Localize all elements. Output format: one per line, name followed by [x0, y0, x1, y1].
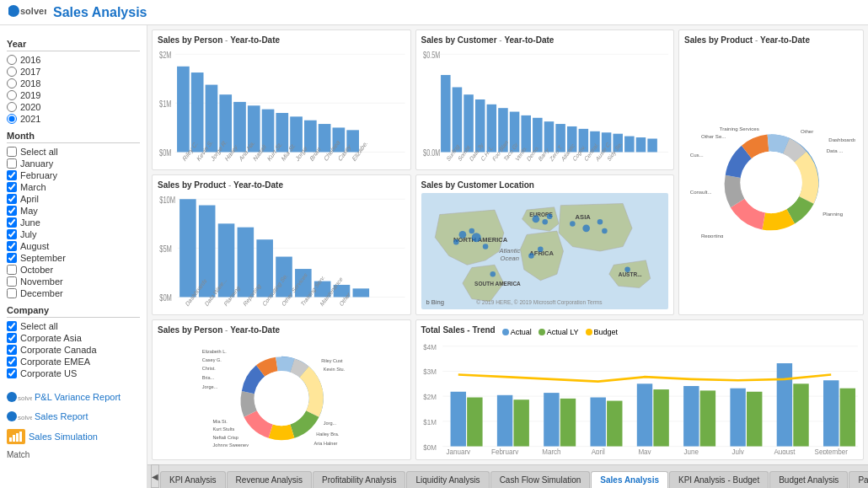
tab-kpi-analysis-budget[interactable]: KPI Analysis - Budget — [669, 471, 769, 488]
company-all-checkbox[interactable] — [7, 321, 17, 331]
svg-text:solver: solver — [18, 414, 32, 421]
svg-text:Reporting: Reporting — [701, 233, 724, 238]
svg-rect-8 — [16, 433, 19, 442]
month-jun-checkbox[interactable] — [7, 217, 17, 228]
svg-text:July: July — [731, 447, 744, 454]
month-march[interactable]: March — [7, 182, 140, 192]
month-january[interactable]: January — [7, 158, 140, 169]
company-us-checkbox[interactable] — [7, 368, 17, 378]
svg-point-135 — [602, 228, 608, 234]
svg-rect-62 — [624, 137, 635, 153]
company-canada[interactable]: Corporate Canada — [7, 345, 140, 355]
tab-page-1[interactable]: Page 1 — [849, 471, 868, 488]
sales-report-link[interactable]: Sales Report — [35, 411, 88, 421]
month-select-all-checkbox[interactable] — [7, 147, 17, 157]
svg-rect-185 — [839, 389, 855, 447]
tab-profitability-analysis[interactable]: Profitability Analysis — [313, 471, 405, 488]
month-may-checkbox[interactable] — [7, 206, 17, 216]
svg-text:$1M: $1M — [423, 417, 437, 426]
month-mar-checkbox[interactable] — [7, 182, 17, 192]
company-canada-checkbox[interactable] — [7, 345, 17, 355]
company-emea[interactable]: Corporate EMEA — [7, 357, 140, 367]
total-sales-title: Total Sales - Trend — [421, 325, 496, 335]
tab-sales-analysis[interactable]: Sales Analysis — [591, 471, 668, 488]
svg-text:solver: solver — [18, 394, 32, 402]
svg-text:August: August — [774, 447, 796, 454]
sales-by-customer-title: Sales by Customer - Year-to-Date — [421, 35, 669, 45]
month-july[interactable]: July — [7, 229, 140, 239]
month-february[interactable]: February — [7, 170, 140, 180]
svg-point-80 — [740, 152, 802, 214]
solver-logo-2: solver — [7, 410, 32, 422]
svg-text:Hailey Bra.: Hailey Bra. — [316, 432, 340, 437]
month-december[interactable]: December — [7, 288, 140, 298]
svg-point-133 — [582, 224, 590, 232]
month-apr-checkbox[interactable] — [7, 194, 17, 204]
header: solver Sales Analysis — [0, 0, 868, 25]
svg-rect-105 — [353, 288, 370, 297]
sales-by-product-donut-chart: Sales by Product - Year-to-Date — [678, 29, 864, 315]
month-nov-checkbox[interactable] — [7, 276, 17, 287]
month-may[interactable]: May — [7, 206, 140, 216]
month-june[interactable]: June — [7, 217, 140, 228]
simulation-link-container[interactable]: Sales Simulation — [7, 428, 140, 445]
year-2016-radio[interactable] — [7, 55, 17, 65]
svg-text:$4M: $4M — [423, 342, 437, 351]
month-feb-checkbox[interactable] — [7, 170, 17, 180]
tab-liquidity-analysis[interactable]: Liquidity Analysis — [406, 471, 489, 488]
svg-text:Consult...: Consult... — [690, 189, 712, 195]
year-2018-radio[interactable] — [7, 78, 17, 88]
svg-text:Elizabeth L.: Elizabeth L. — [201, 349, 227, 354]
year-2017-radio[interactable] — [7, 67, 17, 77]
svg-point-134 — [597, 219, 603, 225]
svg-point-126 — [471, 233, 480, 242]
month-sep-checkbox[interactable] — [7, 253, 17, 263]
month-jan-checkbox[interactable] — [7, 158, 17, 169]
sidebar-item-2021[interactable]: 2021 — [7, 114, 140, 124]
sidebar-item-2016[interactable]: 2016 — [7, 55, 140, 65]
month-november[interactable]: November — [7, 276, 140, 287]
svg-point-132 — [570, 221, 576, 227]
tab-kpi-analysis[interactable]: KPI Analysis — [160, 471, 226, 488]
svg-text:May: May — [638, 447, 651, 454]
month-select-all[interactable]: Select all — [7, 147, 140, 157]
company-asia-checkbox[interactable] — [7, 333, 17, 343]
year-2021-radio[interactable] — [7, 114, 17, 124]
company-emea-checkbox[interactable] — [7, 357, 17, 367]
sales-by-person-svg: $2M $1M $0M — [158, 48, 405, 164]
year-2020-radio[interactable] — [7, 102, 17, 112]
year-2019-radio[interactable] — [7, 90, 17, 100]
person-donut-title: Sales by Person - Year-to-Date — [158, 325, 405, 335]
tab-revenue-analysis[interactable]: Revenue Analysis — [227, 471, 313, 488]
tab-budget-analysis[interactable]: Budget Analysis — [769, 471, 848, 488]
svg-text:$2M: $2M — [159, 50, 171, 59]
sales-simulation-link[interactable]: Sales Simulation — [29, 432, 98, 442]
tabs-scroll-left[interactable]: ◀ — [151, 464, 159, 488]
sidebar-item-2018[interactable]: 2018 — [7, 78, 140, 88]
month-april[interactable]: April — [7, 194, 140, 204]
svg-text:Ocean: Ocean — [500, 255, 518, 262]
svg-text:SOUTH AMERICA: SOUTH AMERICA — [474, 281, 521, 287]
svg-text:Riley Cust: Riley Cust — [321, 358, 343, 363]
month-jul-checkbox[interactable] — [7, 229, 17, 239]
svg-text:ASIA: ASIA — [575, 213, 591, 221]
month-october[interactable]: October — [7, 265, 140, 275]
year-section-title: Year — [7, 39, 140, 51]
month-aug-checkbox[interactable] — [7, 241, 17, 251]
sidebar-item-2020[interactable]: 2020 — [7, 102, 140, 112]
page-title: Sales Analysis — [53, 5, 147, 20]
tab-cash-flow-simulation[interactable]: Cash Flow Simulation — [490, 471, 591, 488]
month-oct-checkbox[interactable] — [7, 265, 17, 275]
svg-point-128 — [453, 239, 459, 245]
company-select-all[interactable]: Select all — [7, 321, 140, 331]
company-asia[interactable]: Corporate Asia — [7, 333, 140, 343]
company-us[interactable]: Corporate US — [7, 368, 140, 378]
month-dec-checkbox[interactable] — [7, 288, 17, 298]
month-august[interactable]: August — [7, 241, 140, 251]
sidebar-item-2017[interactable]: 2017 — [7, 67, 140, 77]
month-september[interactable]: September — [7, 253, 140, 263]
sidebar-item-2019[interactable]: 2019 — [7, 90, 140, 100]
trend-legend: Actual Actual LY Budget — [502, 328, 618, 336]
pl-variance-link[interactable]: P&L Variance Report — [35, 392, 121, 402]
svg-text:$0M: $0M — [423, 442, 437, 452]
